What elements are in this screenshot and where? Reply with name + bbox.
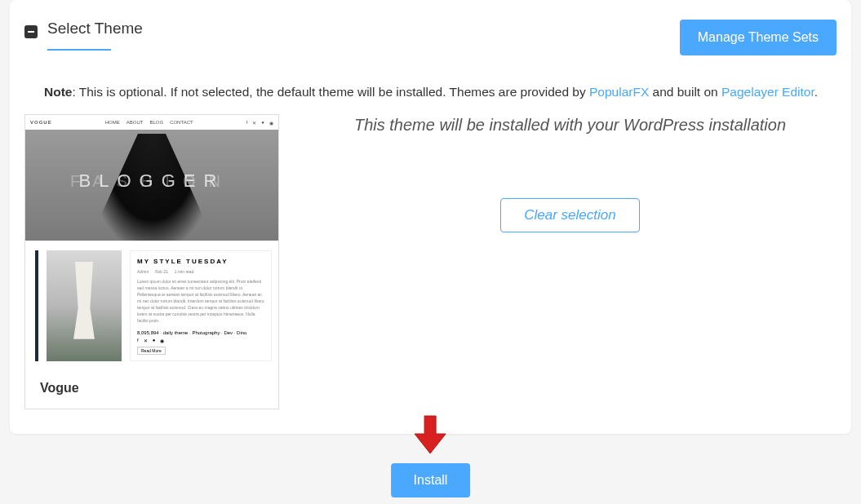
preview-nav-item: BLOG — [149, 120, 163, 125]
section-title: Select Theme — [47, 20, 143, 44]
preview-read-more: Read More — [137, 347, 166, 355]
manage-theme-sets-button[interactable]: Manage Theme Sets — [680, 20, 837, 55]
preview-accent-stripe — [35, 250, 38, 361]
note-bold: Note — [44, 85, 72, 99]
note-part3: . — [814, 85, 818, 99]
preview-article-image — [47, 250, 122, 361]
instagram-icon: ◉ — [160, 338, 164, 343]
twitter-icon: ✕ — [252, 120, 256, 126]
facebook-icon: f — [137, 338, 139, 343]
collapse-icon[interactable] — [24, 25, 38, 38]
install-button[interactable]: Install — [391, 463, 471, 497]
meta-author: Admin — [137, 269, 149, 274]
preview-article-footer: 8,095,894 · daily theme · Photography · … — [137, 330, 264, 335]
preview-nav: HOME ABOUT BLOG CONTACT — [105, 120, 193, 125]
install-arrow-container: Install — [391, 414, 471, 497]
preview-article-text: MY STYLE TUESDAY Admin Feb 21 1 min read… — [130, 250, 272, 361]
preview-article-title: MY STYLE TUESDAY — [137, 258, 264, 265]
facebook-icon: f — [246, 120, 248, 126]
preview-nav-item: HOME — [105, 120, 120, 125]
section-title-text: Select Theme — [47, 20, 143, 37]
hero-text-front: BLOGGER — [25, 170, 278, 192]
red-arrow-icon — [413, 414, 447, 455]
note-text: Note: This is optional. If not selected,… — [44, 85, 837, 99]
preview-nav-item: ABOUT — [126, 120, 144, 125]
select-theme-panel: Select Theme Manage Theme Sets Note: Thi… — [10, 0, 851, 434]
preview-brand: VOGUE — [30, 120, 52, 125]
pinterest-icon: ● — [261, 120, 264, 126]
preview-bottom: MY STYLE TUESDAY Admin Feb 21 1 min read… — [25, 241, 278, 368]
preview-article-body: Lorem ipsum dolor sit amet consectetur a… — [137, 278, 264, 324]
meta-date: Feb 21 — [155, 269, 168, 274]
theme-name: Vogue — [25, 368, 278, 409]
popularfx-link[interactable]: PopularFX — [589, 85, 649, 99]
preview-social-icons: f ✕ ● ◉ — [246, 120, 273, 126]
theme-preview: VOGUE HOME ABOUT BLOG CONTACT f ✕ ● ◉ — [25, 115, 278, 368]
note-part1: : This is optional. If not selected, the… — [72, 85, 589, 99]
preview-top-bar: VOGUE HOME ABOUT BLOG CONTACT f ✕ ● ◉ — [25, 115, 278, 130]
install-message: This theme will be installed with your W… — [304, 116, 837, 135]
instagram-icon: ◉ — [269, 120, 273, 126]
preview-nav-item: CONTACT — [170, 120, 193, 125]
right-column: This theme will be installed with your W… — [304, 114, 837, 409]
preview-hero: FASHION BLOGGER — [25, 130, 278, 241]
preview-footer-text: 8,095,894 · daily theme · Photography · … — [137, 330, 246, 335]
twitter-icon: ✕ — [144, 338, 148, 343]
preview-article-meta: Admin Feb 21 1 min read — [137, 269, 264, 274]
content-row: VOGUE HOME ABOUT BLOG CONTACT f ✕ ● ◉ — [24, 114, 837, 409]
pagelayer-link[interactable]: Pagelayer Editor — [721, 85, 814, 99]
pinterest-icon: ● — [153, 338, 156, 343]
note-part2: and built on — [649, 85, 721, 99]
meta-readtime: 1 min read — [175, 269, 194, 274]
theme-card[interactable]: VOGUE HOME ABOUT BLOG CONTACT f ✕ ● ◉ — [24, 114, 279, 409]
title-underline — [47, 49, 111, 51]
panel-header: Select Theme Manage Theme Sets — [24, 20, 837, 55]
preview-footer-social: f ✕ ● ◉ — [137, 338, 264, 343]
clear-selection-button[interactable]: Clear selection — [500, 198, 639, 232]
header-left: Select Theme — [24, 20, 143, 44]
